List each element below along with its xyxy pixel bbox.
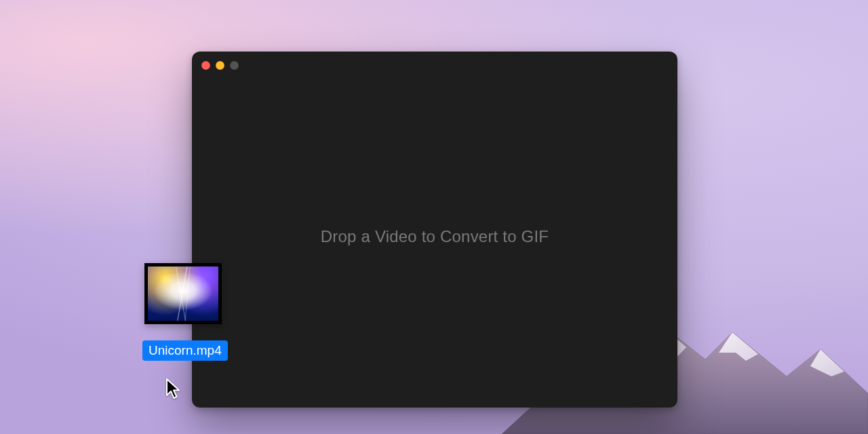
window-zoom-button[interactable] [230,61,239,70]
file-thumbnail [144,263,222,324]
window-titlebar[interactable] [192,52,677,79]
desktop-wallpaper: Drop a Video to Convert to GIF Unicorn.m… [0,0,868,434]
thumbnail-image-icon [148,267,218,321]
window-close-button[interactable] [201,61,210,70]
file-name-label: Unicorn.mp4 [142,340,228,361]
dropzone-hint-text: Drop a Video to Convert to GIF [321,227,549,246]
dragged-file[interactable]: Unicorn.mp4 [142,263,224,361]
window-minimize-button[interactable] [216,61,224,70]
cursor-icon [165,378,182,401]
video-dropzone[interactable]: Drop a Video to Convert to GIF [192,79,677,408]
converter-window[interactable]: Drop a Video to Convert to GIF [192,52,677,408]
